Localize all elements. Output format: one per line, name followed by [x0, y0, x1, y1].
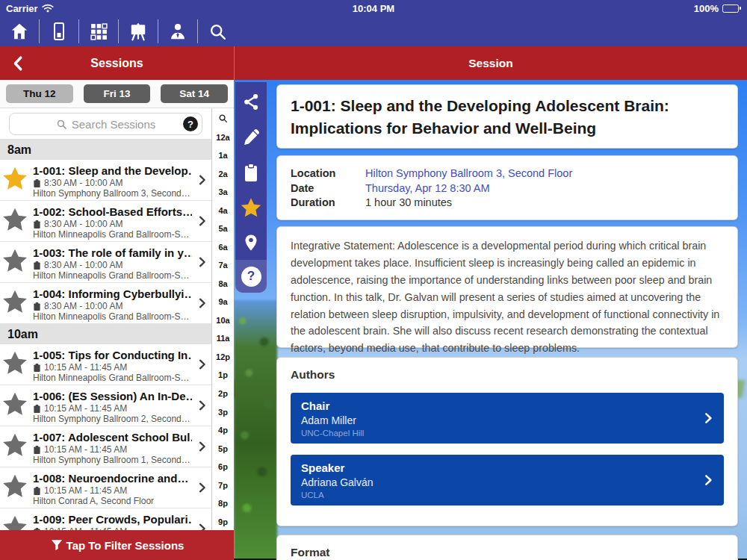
star-icon	[240, 196, 262, 219]
share-button[interactable]	[235, 84, 267, 119]
filter-sessions-button[interactable]: Tap To Filter Sessions	[0, 530, 234, 560]
session-location: Hilton Conrad A, Second Floor	[33, 496, 192, 506]
grid-icon	[90, 22, 108, 41]
session-title: 1-006: (ES Session) An In-De…	[33, 390, 192, 402]
home-button[interactable]	[0, 16, 39, 46]
location-link[interactable]: Hilton Symphony Ballroom 3, Second Floor	[365, 167, 724, 181]
index-item[interactable]: 2p	[218, 390, 228, 398]
session-row-1-009[interactable]: 1-009: Peer Crowds, Populari… 10:15 AM -…	[0, 508, 211, 530]
clipboard-icon	[33, 486, 41, 496]
session-row-1-004[interactable]: 1-004: Informing Cyberbullyi… 8:30 AM - …	[0, 283, 211, 324]
person-icon	[168, 22, 187, 41]
tab-fri-13[interactable]: Fri 13	[84, 84, 151, 103]
favorite-star-icon[interactable]	[1, 514, 28, 530]
location-pin-icon	[243, 233, 259, 252]
index-item[interactable]: 6p	[218, 463, 228, 471]
carrier-label: Carrier	[6, 3, 38, 14]
index-item[interactable]: 7a	[218, 261, 227, 270]
favorite-star-icon[interactable]	[1, 349, 28, 376]
format-heading: Format	[291, 546, 724, 559]
index-item[interactable]: 3p	[218, 408, 228, 417]
session-row-1-005[interactable]: 1-005: Tips for Conducting In… 10:15 AM …	[0, 344, 211, 385]
back-button[interactable]	[7, 52, 30, 75]
help-button[interactable]: ?	[235, 260, 267, 293]
kiosk-button[interactable]	[40, 16, 78, 46]
session-location: Hilton Symphony Ballroom 3, Second…	[33, 188, 192, 199]
session-detail-panel: Session ?	[234, 46, 747, 560]
detail-row-date: Date Thursday, Apr 12 8:30 AM	[291, 181, 724, 196]
battery-icon	[722, 4, 741, 13]
date-link[interactable]: Thursday, Apr 12 8:30 AM	[365, 181, 724, 196]
index-item[interactable]: 8p	[218, 500, 228, 508]
pencil-icon	[242, 128, 261, 146]
session-row-1-006[interactable]: 1-006: (ES Session) An In-De… 10:15 AM -…	[0, 385, 211, 426]
clipboard-icon	[33, 178, 41, 188]
favorite-star-icon[interactable]	[1, 432, 28, 458]
author-row-chair[interactable]: Chair Adam Miller UNC-Chapel Hill	[291, 393, 724, 444]
session-row-1-007[interactable]: 1-007: Adolescent School Bul… 10:15 AM -…	[0, 426, 211, 467]
index-item[interactable]: 5a	[218, 225, 227, 233]
session-detail-title: 1-001: Sleep and the Developing Adolesce…	[291, 95, 724, 140]
favorite-star-icon[interactable]	[1, 391, 28, 417]
presentation-button[interactable]	[119, 16, 158, 46]
tab-sat-14[interactable]: Sat 14	[161, 84, 228, 103]
session-time: 8:30 AM - 10:00 AM	[44, 301, 123, 311]
chevron-right-icon	[196, 296, 208, 311]
status-bar: Carrier 10:04 PM 100%	[0, 0, 747, 16]
session-row-1-001[interactable]: 1-001: Sleep and the Develop… 8:30 AM - …	[0, 160, 211, 201]
notes-button[interactable]	[235, 119, 267, 155]
index-item[interactable]: 9a	[218, 298, 227, 306]
index-item[interactable]: 6a	[218, 243, 227, 252]
author-row-speaker[interactable]: Speaker Adriana Galván UCLA	[291, 455, 724, 505]
search-row: Search Sessions ?	[0, 108, 211, 140]
index-item[interactable]: 11a	[217, 335, 230, 343]
detail-row-duration: Duration 1 hour 30 minutes	[291, 196, 724, 211]
favorite-star-icon[interactable]	[1, 165, 28, 192]
index-search-icon[interactable]	[218, 113, 228, 123]
duration-value: 1 hour 30 minutes	[365, 196, 724, 211]
app-screen: Carrier 10:04 PM 100%	[0, 0, 747, 560]
index-item[interactable]: 4p	[218, 426, 228, 435]
session-title: 1-008: Neuroendocrine and…	[33, 472, 192, 485]
search-button[interactable]	[198, 16, 237, 46]
session-location: Hilton Symphony Ballroom 1, Second…	[33, 455, 192, 465]
search-icon	[208, 22, 227, 41]
index-item[interactable]: 9p	[218, 518, 228, 526]
search-help-button[interactable]: ?	[183, 116, 198, 131]
tab-thu-12[interactable]: Thu 12	[6, 84, 73, 103]
search-sessions-input[interactable]: Search Sessions ?	[9, 113, 202, 135]
grid-button[interactable]	[79, 16, 118, 46]
favorite-button[interactable]	[235, 190, 267, 225]
index-item[interactable]: 7p	[218, 482, 228, 490]
clipboard-button[interactable]	[235, 155, 267, 190]
session-title: 1-003: The role of family in y…	[33, 246, 192, 259]
index-item[interactable]: 4a	[218, 207, 227, 215]
map-button[interactable]	[235, 225, 267, 260]
favorite-star-icon[interactable]	[1, 247, 28, 274]
session-details-card: Location Hilton Symphony Ballroom 3, Sec…	[276, 155, 738, 220]
detail-row-location: Location Hilton Symphony Ballroom 3, Sec…	[291, 167, 724, 181]
session-title: 1-004: Informing Cyberbullyi…	[33, 287, 192, 300]
favorite-star-icon[interactable]	[1, 206, 28, 233]
index-item[interactable]: 1p	[218, 371, 228, 379]
index-item[interactable]: 3a	[218, 188, 227, 196]
favorite-star-icon[interactable]	[1, 473, 28, 500]
index-item[interactable]: 10a	[216, 317, 229, 325]
index-item[interactable]: 12p	[216, 353, 230, 361]
session-row-1-008[interactable]: 1-008: Neuroendocrine and… 10:15 AM - 11…	[0, 467, 211, 508]
index-item[interactable]: 5p	[218, 445, 228, 453]
index-item[interactable]: 1a	[218, 152, 227, 160]
index-item[interactable]: 8a	[218, 280, 227, 288]
session-time: 8:30 AM - 10:00 AM	[44, 260, 123, 270]
favorite-star-icon[interactable]	[1, 288, 28, 315]
session-row-1-002[interactable]: 1-002: School-Based Efforts… 8:30 AM - 1…	[0, 201, 211, 242]
session-title: 1-002: School-Based Efforts…	[33, 205, 192, 218]
wifi-icon	[42, 4, 54, 13]
background-photo-foliage	[234, 300, 277, 560]
index-item[interactable]: 12a	[216, 134, 229, 142]
sessions-header: Sessions	[0, 46, 234, 80]
session-row-1-003[interactable]: 1-003: The role of family in y… 8:30 AM …	[0, 242, 211, 283]
chevron-right-icon	[196, 172, 208, 187]
attendees-button[interactable]	[158, 16, 197, 46]
index-item[interactable]: 2a	[218, 170, 227, 178]
